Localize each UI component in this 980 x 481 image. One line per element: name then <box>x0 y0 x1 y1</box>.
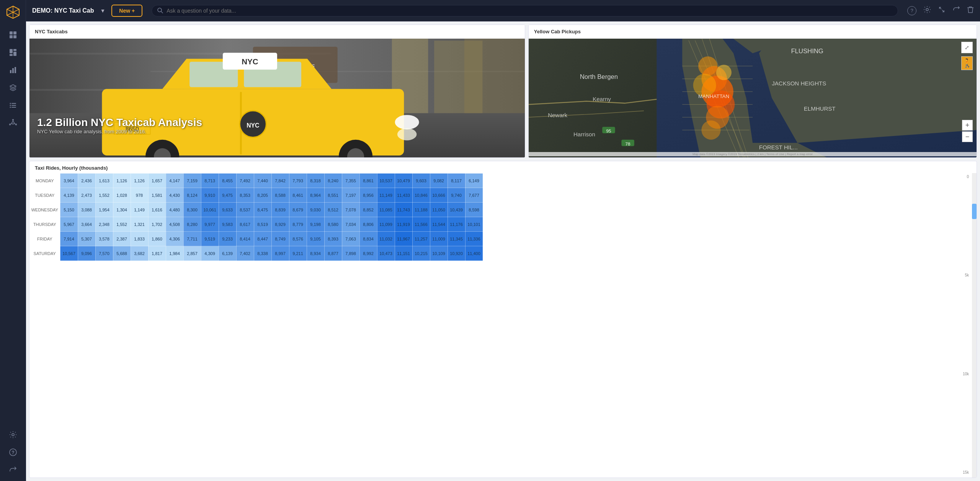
heatmap-cell[interactable]: 1,149 <box>131 203 148 217</box>
heatmap-scrollbar[interactable] <box>972 173 977 478</box>
heatmap-cell[interactable]: 8,124 <box>183 188 201 203</box>
heatmap-cell[interactable]: 8,117 <box>448 173 465 188</box>
heatmap-cell[interactable]: 11,544 <box>430 217 448 232</box>
heatmap-table-area[interactable]: MONDAY3,9642,4361,6131,1261,1261,6574,14… <box>29 173 954 478</box>
sidebar-item-network[interactable] <box>6 116 20 130</box>
heatmap-cell[interactable]: 11,099 <box>377 217 395 232</box>
heatmap-cell[interactable]: 8,679 <box>289 203 307 217</box>
heatmap-cell[interactable]: 8,300 <box>183 203 201 217</box>
title-dropdown[interactable]: ▼ <box>99 6 107 15</box>
heatmap-cell[interactable]: 10,473 <box>377 246 395 261</box>
heatmap-cell[interactable]: 10,920 <box>448 246 465 261</box>
sidebar-item-home[interactable] <box>6 28 20 42</box>
heatmap-cell[interactable]: 8,353 <box>236 188 254 203</box>
heatmap-cell[interactable]: 11,009 <box>430 232 448 246</box>
heatmap-cell[interactable]: 10,109 <box>430 246 448 261</box>
heatmap-cell[interactable]: 8,997 <box>271 246 289 261</box>
heatmap-cell[interactable]: 10,439 <box>448 203 465 217</box>
heatmap-cell[interactable]: 8,240 <box>324 173 342 188</box>
sidebar-item-share[interactable] <box>6 463 20 477</box>
app-logo[interactable] <box>5 4 21 21</box>
heatmap-cell[interactable]: 1,028 <box>113 188 131 203</box>
heatmap-cell[interactable]: 7,492 <box>236 173 254 188</box>
heatmap-cell[interactable]: 4,309 <box>201 246 219 261</box>
heatmap-cell[interactable]: 6,149 <box>465 173 483 188</box>
heatmap-cell[interactable]: 3,578 <box>95 232 113 246</box>
heatmap-cell[interactable]: 1,126 <box>113 173 131 188</box>
map-container[interactable]: North Bergen Newark Kearny Harrison MANH… <box>529 39 977 157</box>
heatmap-cell[interactable]: 9,633 <box>219 203 236 217</box>
heatmap-cell[interactable]: 1,304 <box>113 203 131 217</box>
heatmap-cell[interactable]: 8,749 <box>271 232 289 246</box>
heatmap-cell[interactable]: 1,581 <box>148 188 166 203</box>
map-zoom-in[interactable]: + <box>962 120 973 131</box>
heatmap-cell[interactable]: 7,440 <box>254 173 271 188</box>
search-input[interactable] <box>167 8 892 14</box>
heatmap-cell[interactable]: 11,400 <box>465 246 483 261</box>
heatmap-cell[interactable]: 11,967 <box>395 232 412 246</box>
heatmap-cell[interactable]: 7,159 <box>183 173 201 188</box>
heatmap-cell[interactable]: 10,567 <box>60 246 78 261</box>
heatmap-cell[interactable]: 9,030 <box>307 203 324 217</box>
heatmap-cell[interactable]: 8,929 <box>271 217 289 232</box>
heatmap-cell[interactable]: 1,126 <box>131 173 148 188</box>
heatmap-cell[interactable]: 11,151 <box>395 246 412 261</box>
heatmap-cell[interactable]: 10,061 <box>201 203 219 217</box>
heatmap-cell[interactable]: 10,215 <box>412 246 430 261</box>
heatmap-cell[interactable]: 5,307 <box>78 232 95 246</box>
heatmap-cell[interactable]: 1,552 <box>113 217 131 232</box>
heatmap-cell[interactable]: 1,833 <box>131 232 148 246</box>
heatmap-cell[interactable]: 11,050 <box>430 203 448 217</box>
heatmap-cell[interactable]: 8,414 <box>236 232 254 246</box>
heatmap-cell[interactable]: 8,617 <box>236 217 254 232</box>
heatmap-cell[interactable]: 7,570 <box>95 246 113 261</box>
heatmap-cell[interactable]: 2,473 <box>78 188 95 203</box>
heatmap-cell[interactable]: 11,032 <box>377 232 395 246</box>
heatmap-cell[interactable]: 8,447 <box>254 232 271 246</box>
heatmap-cell[interactable]: 7,677 <box>465 188 483 203</box>
heatmap-cell[interactable]: 4,147 <box>166 173 183 188</box>
sidebar-item-chart[interactable] <box>6 63 20 77</box>
heatmap-cell[interactable]: 3,664 <box>78 217 95 232</box>
heatmap-cell[interactable]: 4,480 <box>166 203 183 217</box>
heatmap-cell[interactable]: 8,834 <box>359 232 377 246</box>
heatmap-cell[interactable]: 10,846 <box>412 188 430 203</box>
heatmap-cell[interactable]: 7,914 <box>60 232 78 246</box>
heatmap-cell[interactable]: 3,682 <box>131 246 148 261</box>
heatmap-cell[interactable]: 11,176 <box>448 217 465 232</box>
heatmap-cell[interactable]: 9,519 <box>201 232 219 246</box>
heatmap-cell[interactable]: 9,603 <box>412 173 430 188</box>
heatmap-cell[interactable]: 8,537 <box>236 203 254 217</box>
heatmap-cell[interactable]: 8,519 <box>254 217 271 232</box>
heatmap-cell[interactable]: 8,580 <box>324 217 342 232</box>
sidebar-item-list[interactable] <box>6 98 20 113</box>
heatmap-cell[interactable]: 8,455 <box>219 173 236 188</box>
heatmap-cell[interactable]: 4,139 <box>60 188 78 203</box>
heatmap-cell[interactable]: 9,105 <box>307 232 324 246</box>
heatmap-cell[interactable]: 1,616 <box>148 203 166 217</box>
heatmap-cell[interactable]: 1,817 <box>148 246 166 261</box>
heatmap-cell[interactable]: 5,967 <box>60 217 78 232</box>
share-icon[interactable] <box>952 6 960 15</box>
heatmap-cell[interactable]: 8,956 <box>359 188 377 203</box>
heatmap-cell[interactable]: 10,537 <box>377 173 395 188</box>
heatmap-cell[interactable]: 8,713 <box>201 173 219 188</box>
heatmap-cell[interactable]: 8,779 <box>289 217 307 232</box>
heatmap-cell[interactable]: 7,063 <box>342 232 359 246</box>
heatmap-cell[interactable]: 5,688 <box>113 246 131 261</box>
trash-icon[interactable] <box>967 6 974 15</box>
heatmap-cell[interactable]: 6,139 <box>219 246 236 261</box>
heatmap-cell[interactable]: 7,197 <box>342 188 359 203</box>
heatmap-cell[interactable]: 3,964 <box>60 173 78 188</box>
heatmap-cell[interactable]: 4,306 <box>166 232 183 246</box>
heatmap-cell[interactable]: 8,461 <box>289 188 307 203</box>
heatmap-cell[interactable]: 8,588 <box>271 188 289 203</box>
heatmap-cell[interactable]: 8,992 <box>359 246 377 261</box>
heatmap-cell[interactable]: 2,348 <box>95 217 113 232</box>
heatmap-cell[interactable]: 4,430 <box>166 188 183 203</box>
map-person-icon[interactable]: 🚶 <box>961 56 973 70</box>
heatmap-cell[interactable]: 10,666 <box>430 188 448 203</box>
heatmap-cell[interactable]: 8,964 <box>307 188 324 203</box>
heatmap-cell[interactable]: 2,857 <box>183 246 201 261</box>
heatmap-cell[interactable]: 7,898 <box>342 246 359 261</box>
